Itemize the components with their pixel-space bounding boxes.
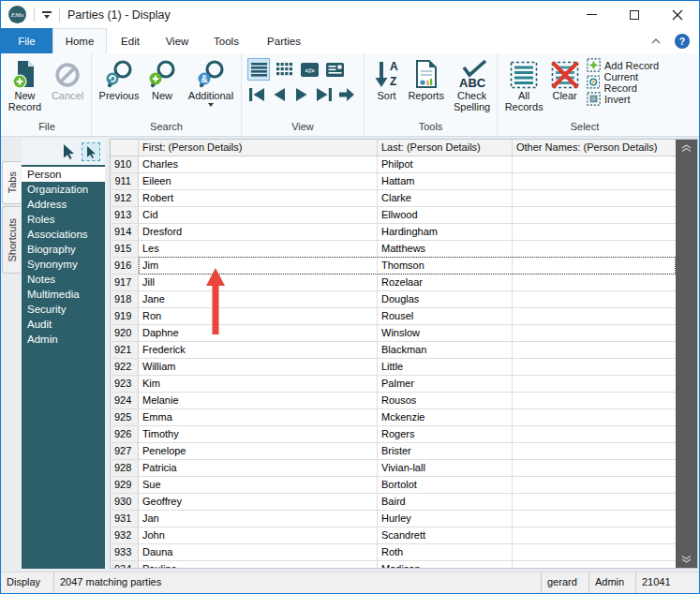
- previous-record-button[interactable]: [270, 86, 289, 103]
- other-names-cell: [513, 527, 676, 544]
- table-row[interactable]: 925EmmaMckenzie: [111, 409, 676, 426]
- table-row[interactable]: 915LesMatthews: [111, 241, 676, 258]
- invert-selection-button[interactable]: Invert: [587, 92, 672, 106]
- table-row[interactable]: 912RobertClarke: [111, 190, 676, 207]
- table-row[interactable]: 914DresfordHardingham: [111, 224, 676, 241]
- close-button[interactable]: [656, 1, 699, 28]
- row-number-cell: 924: [111, 393, 139, 409]
- table-row[interactable]: 926TimothyRogers: [111, 426, 676, 443]
- sidebar-item-multimedia[interactable]: Multimedia: [22, 287, 105, 302]
- new-record-button[interactable]: New Record: [3, 55, 47, 112]
- select-mode-icon[interactable]: [82, 142, 100, 161]
- last-name-cell: Clarke: [378, 190, 513, 207]
- search-previous-button[interactable]: Previous: [96, 55, 142, 101]
- sidebar-item-address[interactable]: Address: [22, 197, 105, 212]
- first-name-cell: Jan: [139, 511, 378, 527]
- row-number-cell: 925: [111, 409, 139, 426]
- first-name-cell: Jill: [139, 275, 378, 291]
- sidebar-item-audit[interactable]: Audit: [22, 317, 105, 332]
- scroll-up-icon[interactable]: [681, 144, 692, 152]
- check-spelling-button[interactable]: ABC Check Spelling: [447, 55, 497, 112]
- check-spelling-icon: ABC: [455, 59, 489, 89]
- other-names-cell: [513, 241, 676, 258]
- quick-access-dropdown-icon[interactable]: [42, 11, 52, 19]
- sidebar-item-notes[interactable]: Notes: [22, 272, 105, 287]
- group-label-select: Select: [498, 121, 672, 136]
- table-row[interactable]: 913CidEllwood: [111, 207, 676, 224]
- sidebar-item-associations[interactable]: Associations: [22, 227, 105, 242]
- all-records-button[interactable]: All Records: [501, 55, 546, 112]
- scroll-down-icon[interactable]: [681, 556, 692, 563]
- table-row[interactable]: 928PatriciaVivian-lall: [111, 460, 676, 477]
- sidebar-item-security[interactable]: Security: [22, 302, 105, 317]
- table-row[interactable]: 920DaphneWinslow: [111, 325, 676, 342]
- add-record-label: Add Record: [604, 60, 659, 71]
- sidebar-item-roles[interactable]: Roles: [22, 212, 105, 227]
- other-names-cell: [513, 477, 676, 494]
- form-view-toggle[interactable]: [323, 58, 346, 81]
- emu-logo-icon[interactable]: EMu: [8, 6, 26, 23]
- search-additional-button[interactable]: & Additional: [182, 55, 240, 107]
- sidebar-item-admin[interactable]: Admin: [22, 332, 105, 347]
- side-tab-tabs[interactable]: Tabs: [2, 161, 21, 204]
- tab-parties[interactable]: Parties: [252, 28, 316, 53]
- grid-view-toggle[interactable]: [273, 58, 295, 81]
- tab-file[interactable]: File: [1, 28, 52, 53]
- first-record-button[interactable]: [247, 86, 266, 103]
- help-icon[interactable]: ?: [675, 34, 690, 49]
- first-name-cell: Emma: [139, 409, 378, 426]
- table-row[interactable]: 911EileenHattam: [111, 173, 676, 190]
- table-row[interactable]: 933DaunaRoth: [111, 544, 676, 561]
- table-row[interactable]: 930GeoffreyBaird: [111, 494, 676, 511]
- table-row[interactable]: 923KimPalmer: [111, 376, 676, 393]
- table-row[interactable]: 916JimThomson: [111, 258, 676, 275]
- tab-home[interactable]: Home: [52, 28, 107, 53]
- table-row[interactable]: 918JaneDouglas: [111, 291, 676, 308]
- table-row[interactable]: 927PenelopeBrister: [111, 443, 676, 460]
- header-row-number[interactable]: [111, 140, 139, 156]
- table-row[interactable]: 924MelanieRousos: [111, 393, 676, 409]
- cursor-arrow-icon[interactable]: [63, 144, 75, 159]
- cancel-button[interactable]: Cancel: [47, 55, 88, 101]
- first-name-cell: Timothy: [139, 426, 378, 443]
- other-names-cell: [513, 275, 676, 291]
- vertical-scrollbar[interactable]: [676, 140, 697, 568]
- goto-record-button[interactable]: [337, 86, 356, 103]
- table-row[interactable]: 917JillRozelaar: [111, 275, 676, 291]
- sidebar-item-organization[interactable]: Organization: [22, 182, 105, 197]
- maximize-button[interactable]: [613, 1, 656, 28]
- last-name-cell: Brister: [378, 443, 513, 460]
- tab-view[interactable]: View: [154, 28, 201, 53]
- tab-edit[interactable]: Edit: [107, 28, 154, 53]
- header-first-name[interactable]: First: (Person Details): [139, 140, 378, 156]
- other-names-cell: [513, 173, 676, 190]
- table-row[interactable]: 910CharlesPhilpot: [111, 156, 676, 173]
- minimize-button[interactable]: [570, 1, 613, 28]
- current-record-button[interactable]: Current Record: [587, 75, 672, 89]
- code-view-toggle[interactable]: </>: [298, 58, 320, 81]
- header-last-name[interactable]: Last: (Person Details): [378, 140, 513, 156]
- sidebar-item-synonymy[interactable]: Synonymy: [22, 257, 105, 272]
- search-new-button[interactable]: New: [142, 55, 182, 101]
- side-tab-shortcuts[interactable]: Shortcuts: [2, 206, 21, 274]
- header-other-names[interactable]: Other Names: (Person Details): [513, 140, 676, 156]
- last-record-button[interactable]: [315, 86, 334, 103]
- table-row[interactable]: 932JohnScandrett: [111, 527, 676, 544]
- collapse-ribbon-icon[interactable]: [650, 37, 662, 45]
- table-row[interactable]: 921FrederickBlackman: [111, 342, 676, 359]
- sidebar-item-biography[interactable]: Biography: [22, 242, 105, 257]
- table-row[interactable]: 922WilliamLittle: [111, 359, 676, 376]
- table-row[interactable]: 929SueBortolot: [111, 477, 676, 494]
- last-name-cell: Palmer: [378, 376, 513, 393]
- clear-selection-button[interactable]: Clear: [546, 55, 583, 101]
- list-view-toggle[interactable]: [247, 58, 270, 81]
- sidebar-item-person[interactable]: Person: [22, 167, 105, 182]
- table-row[interactable]: 931JanHurley: [111, 511, 676, 527]
- first-name-cell: Frederick: [139, 342, 378, 359]
- tab-tools[interactable]: Tools: [201, 28, 252, 53]
- table-row[interactable]: 919RonRousel: [111, 308, 676, 325]
- reports-button[interactable]: Reports: [405, 55, 447, 101]
- sort-button[interactable]: A Z Sort: [368, 55, 405, 101]
- next-record-button[interactable]: [292, 86, 311, 103]
- table-row[interactable]: 934PaulineMadison: [111, 561, 676, 568]
